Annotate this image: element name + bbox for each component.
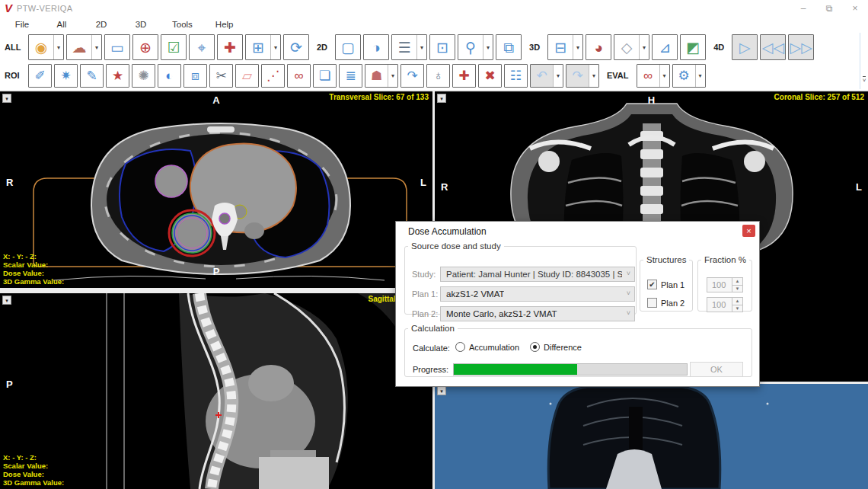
study-combobox[interactable]: Patient: Jamal Hunter | Study ID: 884303…: [440, 267, 635, 282]
plan1-combobox[interactable]: akzS1-2 VMAT ˅: [440, 286, 635, 302]
structures-plan1-checkbox-row[interactable]: ✔ Plan 1: [647, 280, 685, 289]
fraction-plan2-spinner[interactable]: 100 ▲▼: [707, 297, 743, 312]
restore-icon[interactable]: ⧉: [816, 0, 842, 17]
plan-link-eval-button[interactable]: ∞▾: [637, 64, 670, 88]
play-4d-button[interactable]: ▷: [732, 34, 758, 60]
add-structure-icon: ✚: [453, 65, 475, 87]
copy-contour-button[interactable]: ❏: [313, 64, 337, 88]
chevron-down-icon[interactable]: ▾: [388, 65, 397, 87]
checkbox-icon[interactable]: ✔: [647, 298, 657, 308]
plan2-combobox[interactable]: Monte Carlo, akzS1-2 VMAT ˅: [440, 306, 635, 321]
propagate-contour-button[interactable]: ↷: [400, 64, 424, 88]
undo-button[interactable]: ↶▾: [530, 64, 563, 88]
menu-tools[interactable]: Tools: [172, 20, 193, 29]
spinner-buttons[interactable]: ▲▼: [732, 298, 742, 312]
axes-panel-3d-button[interactable]: ⊿: [652, 34, 678, 60]
brush-button[interactable]: ✐: [28, 64, 52, 88]
dialog-title-bar[interactable]: Dose Accumulation ×: [396, 222, 759, 240]
delete-structure-button[interactable]: ✖: [478, 64, 502, 88]
step-back-4d-button[interactable]: ◁◁: [760, 34, 786, 60]
close-icon[interactable]: ×: [842, 0, 868, 17]
radio-accumulation[interactable]: Accumulation: [455, 342, 519, 352]
menu-all[interactable]: All: [53, 20, 70, 29]
report-pages-button[interactable]: ⧉: [496, 34, 522, 60]
add-marker-button[interactable]: ✚: [217, 34, 243, 60]
smart-brush-button[interactable]: ✷: [54, 64, 78, 88]
redo-button[interactable]: ↷▾: [566, 64, 599, 88]
ok-button[interactable]: OK: [690, 362, 743, 377]
viewport-sagittal[interactable]: ▾ Sagittal Slice: 25 P X: - Y: - Z:Scala…: [0, 293, 432, 489]
chevron-down-icon[interactable]: ▾: [91, 35, 101, 59]
radio-icon[interactable]: [455, 342, 465, 352]
radio-icon[interactable]: [530, 342, 540, 352]
menu-3d[interactable]: 3D: [132, 20, 149, 29]
checkbox-icon[interactable]: ✔: [647, 280, 657, 289]
chevron-down-icon[interactable]: ▾: [659, 65, 669, 87]
step-forward-4d-button[interactable]: ▷▷: [788, 34, 814, 60]
wl-presets-button[interactable]: ☰▾: [391, 34, 427, 60]
radio-difference[interactable]: Difference: [530, 342, 582, 352]
menu-bar: FileAll2D3DToolsHelp: [0, 17, 868, 32]
menu-file[interactable]: File: [14, 20, 30, 29]
structures-plan2-checkbox-row[interactable]: ✔ Plan 2: [647, 298, 685, 308]
room-lasers-button[interactable]: ⌖: [189, 34, 215, 60]
pen-button[interactable]: ✎: [80, 64, 104, 88]
structure-list-button[interactable]: ☷: [504, 64, 528, 88]
structures-group-legend: Structures: [643, 255, 689, 264]
add-structure-button[interactable]: ✚: [452, 64, 476, 88]
menu-2d[interactable]: 2D: [93, 20, 110, 29]
viewport-menu-button[interactable]: ▾: [437, 386, 446, 395]
spin-up-icon[interactable]: ▲: [732, 298, 742, 305]
rotate-body-button[interactable]: ♁: [426, 64, 450, 88]
dose-target-button[interactable]: ◉▾: [28, 34, 64, 60]
seed-region-button[interactable]: ★: [106, 64, 129, 88]
view-3d-room-button[interactable]: ⊟▾: [547, 34, 583, 60]
interpolate-slices-button[interactable]: ≣: [339, 64, 362, 88]
close-icon[interactable]: ×: [742, 225, 755, 237]
zoom-magnifier-button[interactable]: ⚲▾: [458, 34, 493, 60]
auto-segment-button[interactable]: ☗▾: [365, 64, 398, 88]
qa-checklist-button[interactable]: ☑: [161, 34, 187, 60]
study-label: Study:: [412, 270, 436, 279]
chevron-down-icon[interactable]: ▾: [573, 35, 582, 59]
window-level-button[interactable]: ◑: [363, 34, 389, 60]
spin-down-icon[interactable]: ▼: [732, 286, 742, 292]
minimize-icon[interactable]: –: [790, 0, 816, 17]
menu-help[interactable]: Help: [215, 20, 234, 29]
viewport-menu-button[interactable]: ▾: [2, 296, 11, 305]
chevron-down-icon[interactable]: ▾: [483, 35, 493, 59]
reset-rotation-button[interactable]: ⟳: [283, 34, 309, 60]
chevron-down-icon[interactable]: ▾: [639, 35, 649, 59]
boolean-combine-button[interactable]: ◐: [158, 64, 181, 88]
chevron-down-icon[interactable]: ▾: [416, 35, 426, 59]
machine-qa-button[interactable]: ⊕: [132, 34, 158, 60]
cut-contour-button[interactable]: ✂: [209, 64, 233, 88]
chevron-down-icon[interactable]: ▾: [553, 65, 563, 87]
viewport-transversal[interactable]: ▾ Transversal Slice: 67 of 133 A R L P X…: [0, 91, 432, 288]
margin-expand-button[interactable]: ⧈: [183, 64, 207, 88]
pixel-info-line: 3D Gamma Value:: [3, 277, 64, 286]
spin-down-icon[interactable]: ▼: [732, 305, 742, 312]
brain-overlay-button[interactable]: ☁▾: [66, 34, 102, 60]
chevron-down-icon[interactable]: ▾: [589, 65, 598, 87]
crop-rect-button[interactable]: ▢: [335, 34, 361, 60]
chevron-down-icon[interactable]: ▾: [695, 65, 705, 87]
eval-settings-button[interactable]: ⚙▾: [672, 64, 706, 88]
dose-surface-3d-button[interactable]: ◕: [586, 34, 611, 60]
planes-3d-button[interactable]: ◩: [680, 34, 706, 60]
chevron-down-icon[interactable]: ▾: [270, 35, 280, 59]
grow-sphere-button[interactable]: ✺: [132, 64, 155, 88]
toolbar-overflow-button[interactable]: ˅: [860, 33, 868, 89]
viewport-3d-volume[interactable]: ▾: [435, 384, 868, 489]
cube-rotate-3d-button[interactable]: ◇▾: [614, 34, 649, 60]
eraser-button[interactable]: ▱: [235, 64, 259, 88]
ruler-button[interactable]: ▭: [104, 34, 130, 60]
polyline-nodes-button[interactable]: ⋰: [261, 64, 285, 88]
spinner-buttons[interactable]: ▲▼: [732, 278, 742, 292]
compare-view-button[interactable]: ⊡: [429, 34, 455, 60]
chain-link-button[interactable]: ∞: [287, 64, 311, 88]
spin-up-icon[interactable]: ▲: [732, 278, 742, 286]
fraction-plan1-spinner[interactable]: 100 ▲▼: [707, 277, 743, 292]
chevron-down-icon[interactable]: ▾: [53, 35, 63, 59]
layout-grid-button[interactable]: ⊞▾: [245, 34, 281, 60]
